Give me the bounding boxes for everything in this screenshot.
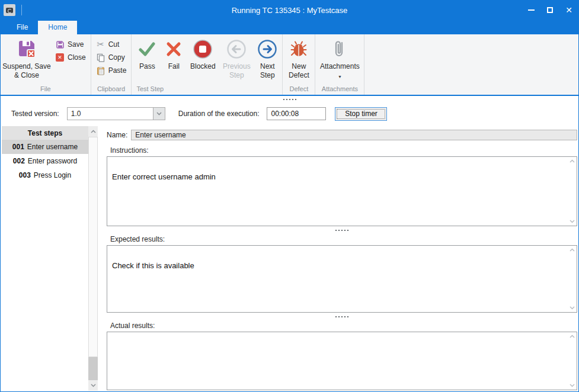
scroll-down-icon[interactable] [570,384,575,387]
step-detail-form: Name: Enter username Instructions: Enter… [98,126,578,391]
step-row-003[interactable]: 003 Press Login [2,168,88,182]
grip-dots-icon [283,99,296,100]
close-ribbon-button[interactable]: ✕ Close [52,51,89,64]
save-button[interactable]: Save [52,38,89,51]
pass-check-icon [137,38,156,60]
test-steps-header: Test steps [2,126,88,140]
close-label: Close [68,53,86,62]
paperclip-icon [331,38,348,60]
combo-dropdown-button[interactable] [153,108,165,120]
actual-results-textarea[interactable] [107,332,577,390]
tested-version-label: Tested version: [11,110,59,118]
copy-button[interactable]: Copy [92,51,130,64]
step-row-002[interactable]: 002 Enter password [2,154,88,168]
title-bar: Running TC 135345 : MyTestcase ✕ [1,1,578,20]
next-step-label: Next Step [254,62,281,80]
grip-dots-icon [335,316,348,317]
expected-results-label: Expected results: [110,235,577,243]
grip-dots-icon [335,230,348,231]
blocked-stop-icon [193,38,213,60]
expected-results-text: Check if this is available [112,261,194,270]
attachments-label: Attachments [320,62,360,71]
group-caption-defect: Defect [284,84,314,95]
scrollbar-track[interactable] [88,357,98,380]
ribbon: Suspend, Save & Close Save [1,34,578,96]
paste-button[interactable]: Paste [92,64,130,77]
quick-access-separator [21,5,22,15]
execution-toolbar: Tested version: 1.0 Duration of the exec… [1,102,578,125]
step-name-field[interactable]: Enter username [131,130,577,140]
app-icon[interactable] [4,4,15,16]
scrollbar-thumb[interactable] [88,137,98,357]
new-defect-button[interactable]: New Defect [284,36,314,80]
fail-label: Fail [168,62,180,71]
ribbon-group-file: Suspend, Save & Close Save [1,34,91,95]
test-steps-panel: Test steps 001 Enter username 002 Enter … [2,126,98,391]
group-caption-file: File [2,84,89,95]
maximize-button[interactable] [540,1,559,20]
next-step-icon [257,38,277,60]
scroll-up-icon[interactable] [570,159,575,163]
minimize-icon [528,9,535,11]
close-icon: ✕ [565,6,572,14]
cut-button[interactable]: ✂ Cut [92,38,130,51]
bug-icon [289,38,308,60]
chevron-down-icon [156,112,162,115]
scroll-up-icon[interactable] [570,335,575,338]
fail-x-icon [165,38,183,60]
attachments-dropdown-icon: ▼ [338,75,342,80]
blocked-label: Blocked [190,62,216,71]
ribbon-group-clipboard: ✂ Cut Copy [91,34,132,95]
scroll-up-icon[interactable] [570,248,575,252]
maximize-icon [547,7,553,13]
close-button[interactable]: ✕ [559,1,578,20]
duration-field[interactable]: 00:00:08 [267,107,326,120]
minimize-button[interactable] [522,1,540,20]
close-x-icon: ✕ [55,53,65,62]
scissors-icon: ✂ [96,40,105,49]
ribbon-group-attachments: Attachments ▼ Attachments [315,34,364,95]
tested-version-combobox[interactable]: 1.0 [67,107,165,120]
tested-version-value: 1.0 [68,108,153,120]
attachments-button[interactable]: Attachments ▼ [316,36,363,80]
steps-scrollbar[interactable] [88,126,98,391]
previous-step-icon [226,38,247,60]
scroll-down-icon[interactable] [570,306,575,310]
app-window: Running TC 135345 : MyTestcase ✕ File Ho… [0,0,579,392]
stop-timer-button[interactable]: Stop timer [335,107,387,121]
save-label: Save [68,40,84,49]
pass-button[interactable]: Pass [133,36,161,71]
suspend-save-icon [17,38,37,60]
section-splitter[interactable] [107,313,577,320]
ribbon-group-defect: New Defect Defect [283,34,315,95]
main-area: Test steps 001 Enter username 002 Enter … [1,125,578,391]
suspend-save-close-button[interactable]: Suspend, Save & Close [2,36,52,80]
previous-step-button[interactable]: Previous Step [219,36,254,80]
previous-step-label: Previous Step [219,62,254,80]
section-splitter[interactable] [107,226,577,234]
save-icon [55,40,65,49]
group-caption-clipboard: Clipboard [92,84,130,95]
tab-file[interactable]: File [7,21,38,34]
new-defect-label: New Defect [284,62,314,80]
name-label: Name: [107,131,127,139]
next-step-button[interactable]: Next Step [254,36,281,80]
fail-button[interactable]: Fail [161,36,186,71]
ribbon-tab-row: File Home [1,20,578,34]
tab-home[interactable]: Home [38,21,77,34]
scroll-down-icon[interactable] [570,220,575,223]
group-caption-attachments: Attachments [316,84,363,95]
step-row-001[interactable]: 001 Enter username [2,140,88,154]
instructions-textarea[interactable]: Enter correct username admin [107,156,577,226]
scroll-up-icon[interactable] [88,126,98,137]
ribbon-splitter[interactable] [1,96,578,102]
instructions-text: Enter correct username admin [112,172,216,181]
pass-label: Pass [139,62,155,71]
expected-results-textarea[interactable]: Check if this is available [107,245,577,313]
suspend-save-close-label: Suspend, Save & Close [2,62,52,80]
copy-label: Copy [108,53,125,62]
scroll-down-icon[interactable] [88,380,98,391]
paste-label: Paste [108,66,127,75]
instructions-label: Instructions: [110,146,577,155]
blocked-button[interactable]: Blocked [186,36,219,71]
